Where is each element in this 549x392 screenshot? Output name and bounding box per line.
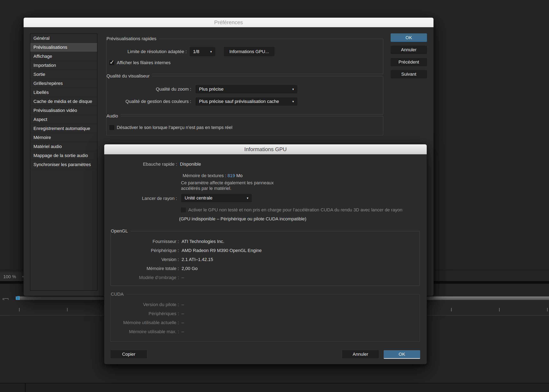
cancel-button-label: Annuler: [401, 47, 417, 52]
sidebar-item[interactable]: Prévisualisation vidéo: [30, 106, 97, 115]
chevron-down-icon: ▼: [246, 197, 249, 200]
gpu-unavailable-note: (GPU indisponible – Périphérique ou pilo…: [179, 216, 306, 222]
ray-tracing-label: Lancer de rayon :: [104, 196, 177, 201]
sidebar-item[interactable]: Mappage de la sortie audio: [30, 151, 97, 160]
gpu-cancel-button[interactable]: Annuler: [342, 350, 379, 358]
color-quality-dropdown[interactable]: Plus précise sauf prévisualisation cache…: [195, 97, 297, 105]
wireframe-checkbox-label: Afficher les filaires internes: [117, 60, 171, 65]
info-value: 2,00 Go: [182, 266, 198, 271]
app-canvas: 100 % ▼ Préférences Général: [0, 0, 549, 392]
sidebar-item-label: Importation: [33, 63, 56, 68]
texture-memory-row: Mémoire de textures : 819 Mo: [183, 173, 242, 178]
info-value: –: [182, 275, 184, 280]
ray-tracing-value: Unité centrale: [185, 194, 213, 202]
sidebar-item-label: Enregistrement automatique: [33, 126, 90, 131]
texture-memory-unit: Mo: [236, 173, 243, 178]
sidebar-item-label: Prévisualisation vidéo: [33, 108, 77, 113]
sidebar-item[interactable]: Mémoire: [30, 133, 97, 142]
gpu-cancel-button-label: Annuler: [353, 352, 368, 357]
panel-divider: [0, 383, 549, 392]
info-label: Modèle d’ombrage :: [111, 275, 179, 280]
gpu-ok-button[interactable]: OK: [384, 350, 420, 359]
sidebar-item[interactable]: Prévisualisations: [30, 43, 97, 52]
gpu-info-dialog: Informations GPU Ebauche rapide : Dispon…: [104, 144, 427, 364]
info-label: Mémoire utilisable max. :: [111, 329, 179, 334]
sidebar-item-label: Affichage: [33, 54, 52, 59]
copy-button[interactable]: Copier: [111, 350, 147, 358]
sidebar-item[interactable]: Enregistrement automatique: [30, 124, 97, 133]
gpu-ok-button-label: OK: [399, 352, 405, 357]
sidebar-item[interactable]: Importation: [30, 61, 97, 70]
gpu-info-row: Périphérique : AMD Radeon R9 M390 OpenGL…: [111, 246, 416, 255]
sidebar-item[interactable]: Cache de média et de disque: [30, 97, 97, 106]
info-label: Fournisseur :: [111, 239, 179, 244]
gpu-info-button-label: Informations GPU...: [229, 49, 269, 54]
info-label: Périphériques :: [111, 311, 179, 316]
zoom-level-value: 100 %: [3, 272, 16, 281]
gpu-info-row: Périphériques : –: [111, 309, 416, 318]
zoom-quality-label: Qualité du zoom :: [107, 85, 191, 93]
gpu-info-dialog-title: Informations GPU: [244, 146, 287, 152]
composition-zoom-control[interactable]: 100 % ▼: [0, 272, 27, 281]
timeline-zoom-handle[interactable]: [16, 296, 20, 300]
gpu-info-row: Version : 2.1 ATI–1.42.15: [111, 255, 416, 264]
ray-tracing-dropdown[interactable]: Unité centrale ▼: [181, 194, 252, 202]
mute-audio-checkbox[interactable]: ✓: [109, 125, 114, 130]
cancel-button[interactable]: Annuler: [391, 46, 427, 54]
info-value: ATI Technologies Inc.: [182, 239, 224, 244]
opengl-rows: Fournisseur : ATI Technologies Inc. Péri…: [111, 231, 416, 282]
gpu-info-row: Version du pilote : –: [111, 300, 416, 309]
untested-gpu-checkbox[interactable]: ✓: [181, 208, 186, 212]
gpu-info-button[interactable]: Informations GPU...: [224, 47, 274, 56]
sidebar-item[interactable]: Matériel audio: [30, 142, 97, 151]
fast-previews-legend: Prévisualisations rapides: [107, 36, 159, 42]
info-label: Mémoire totale :: [111, 266, 179, 271]
gpu-info-dialog-titlebar[interactable]: Informations GPU: [104, 144, 427, 154]
adaptive-resolution-dropdown[interactable]: 1/8 ▼: [190, 47, 215, 56]
texture-memory-label: Mémoire de textures :: [183, 173, 226, 178]
gpu-info-row: Mémoire totale : 2,00 Go: [111, 264, 416, 273]
next-button[interactable]: Suivant: [391, 70, 427, 78]
sidebar-item[interactable]: Synchroniser les paramètres: [30, 160, 97, 169]
gpu-info-row: Fournisseur : ATI Technologies Inc.: [111, 237, 416, 246]
untested-gpu-checkbox-label: Activer le GPU non testé et non pris en …: [188, 208, 402, 212]
wireframe-checkbox[interactable]: ✓: [109, 60, 114, 65]
sidebar-item-label: Cache de média et de disque: [33, 99, 92, 104]
preferences-dialog-title: Préférences: [214, 19, 243, 25]
info-label: Version :: [111, 257, 179, 262]
check-icon: ✓: [110, 59, 114, 66]
sidebar-item[interactable]: Affichage: [30, 52, 97, 61]
fast-draft-value: Disponible: [180, 161, 201, 167]
texture-memory-note-line1: Ce paramètre affecte également les panne…: [181, 180, 274, 186]
zoom-quality-dropdown[interactable]: Plus précise ▼: [195, 85, 297, 93]
sidebar-item[interactable]: Libellés: [30, 88, 97, 97]
sidebar-item[interactable]: Aspect: [30, 115, 97, 124]
info-value: 2.1 ATI–1.42.15: [182, 257, 213, 262]
chevron-down-icon: ▼: [292, 88, 294, 91]
sidebar-item-label: Mémoire: [33, 135, 51, 140]
audio-legend: Audio: [107, 113, 121, 119]
panel-divider: [25, 383, 25, 392]
audio-group: Audio ✓ Désactiver le son lorsque l’aper…: [106, 116, 383, 135]
sidebar-item[interactable]: Grilles/repères: [30, 79, 97, 88]
gpu-info-row: Mémoire utilisable max. : –: [111, 327, 416, 336]
sidebar-item-label: Libellés: [33, 90, 49, 95]
sidebar-item-label: Synchroniser les paramètres: [33, 162, 91, 167]
previous-button[interactable]: Précédent: [391, 58, 427, 66]
next-button-label: Suivant: [401, 71, 416, 77]
info-label: Mémoire utilisable actuelle :: [111, 320, 179, 325]
info-value: –: [182, 302, 184, 307]
info-value: –: [182, 320, 184, 325]
preferences-sidebar: Général Prévisualisations Affichage Impo…: [30, 33, 97, 291]
preferences-dialog-titlebar[interactable]: Préférences: [24, 18, 434, 27]
previous-button-label: Précédent: [399, 59, 419, 65]
sidebar-item[interactable]: Général: [30, 34, 97, 43]
mute-audio-checkbox-label: Désactiver le son lorsque l’aperçu n’est…: [117, 125, 232, 130]
sidebar-item[interactable]: Sortie: [30, 70, 97, 79]
info-value: –: [182, 311, 184, 316]
copy-button-label: Copier: [122, 352, 135, 357]
ok-button[interactable]: OK: [391, 33, 427, 42]
sidebar-item-label: Général: [33, 36, 50, 41]
ok-button-label: OK: [406, 35, 412, 40]
adaptive-resolution-value: 1/8: [193, 47, 200, 56]
